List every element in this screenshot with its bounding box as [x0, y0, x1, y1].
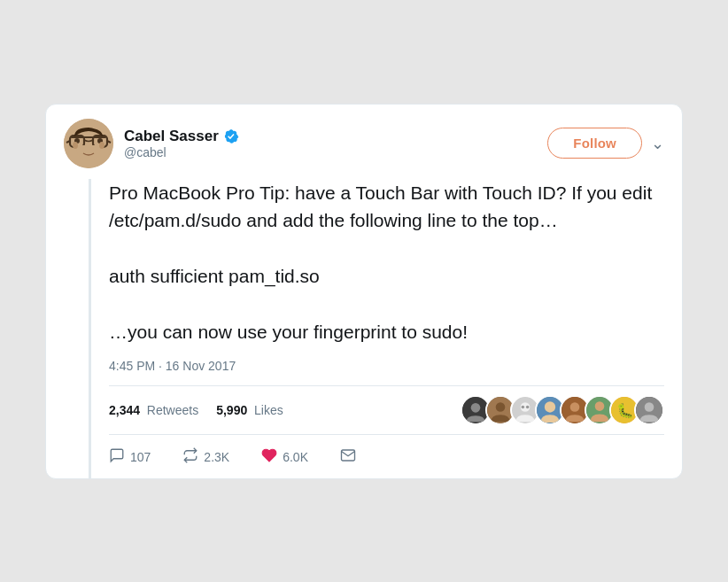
user-handle: @cabel	[124, 145, 547, 159]
dm-action[interactable]	[340, 447, 356, 468]
verified-icon	[223, 128, 239, 144]
reply-count: 107	[130, 450, 151, 464]
tweet-body: Pro MacBook Pro Tip: have a Touch Bar wi…	[89, 179, 664, 478]
tweet-text-1: Pro MacBook Pro Tip: have a Touch Bar wi…	[109, 182, 652, 231]
actions-row: 107 2.3K	[109, 438, 664, 478]
like-count: 6.0K	[283, 450, 308, 464]
svg-point-16	[522, 405, 525, 408]
retweet-count: 2.3K	[204, 450, 229, 464]
retweet-action[interactable]: 2.3K	[182, 447, 229, 468]
svg-point-8	[73, 142, 78, 149]
svg-point-9	[99, 142, 105, 149]
tweet-text-3: …you can now use your fingerprint to sud…	[109, 322, 468, 342]
svg-point-21	[570, 402, 580, 412]
retweet-icon	[182, 447, 198, 468]
likes-label: Likes	[254, 403, 283, 417]
likers-avatars: 🐛	[461, 395, 664, 425]
chevron-down-icon[interactable]: ⌄	[651, 134, 664, 153]
svg-text:🐛: 🐛	[616, 402, 634, 419]
reply-icon	[109, 447, 125, 468]
svg-point-27	[645, 402, 654, 412]
retweets-label: Retweets	[147, 403, 198, 417]
svg-point-19	[545, 401, 555, 412]
stats-row: 2,344 Retweets 5,990 Likes	[109, 385, 664, 435]
retweets-stat: 2,344 Retweets	[109, 403, 198, 417]
user-name: Cabel Sasser	[124, 128, 219, 145]
liker-avatar-8	[634, 395, 664, 425]
tweet-text-2: auth sufficient pam_tid.so	[109, 266, 320, 286]
mail-icon	[340, 447, 356, 468]
follow-button[interactable]: Follow	[547, 128, 642, 159]
likes-stat: 5,990 Likes	[216, 403, 283, 417]
tweet-header: Cabel Sasser @cabel Follow ⌄	[64, 119, 664, 168]
svg-rect-1	[71, 136, 106, 138]
svg-point-17	[526, 405, 530, 408]
user-info: Cabel Sasser @cabel	[124, 128, 547, 159]
retweets-count: 2,344	[109, 403, 140, 417]
reply-action[interactable]: 107	[109, 447, 151, 468]
header-actions: Follow ⌄	[547, 128, 664, 159]
heart-icon	[261, 447, 277, 468]
svg-point-23	[595, 401, 605, 411]
likes-count: 5,990	[216, 403, 247, 417]
tweet-timestamp: 4:45 PM · 16 Nov 2017	[109, 359, 664, 373]
like-action[interactable]: 6.0K	[261, 447, 308, 468]
avatar[interactable]	[64, 119, 113, 168]
tweet-text: Pro MacBook Pro Tip: have a Touch Bar wi…	[109, 179, 664, 346]
svg-point-13	[496, 402, 506, 412]
svg-point-11	[471, 403, 481, 413]
tweet-card: Cabel Sasser @cabel Follow ⌄ Pro MacBook…	[45, 104, 683, 479]
